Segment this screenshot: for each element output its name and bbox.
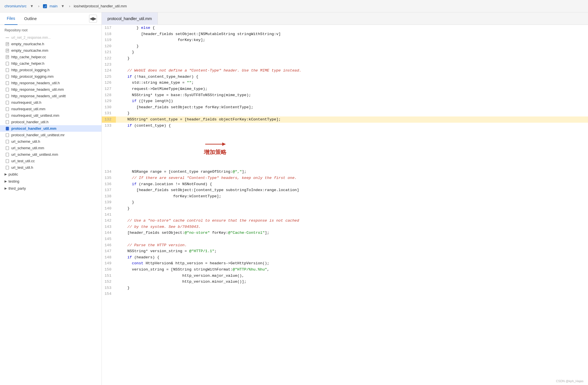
table-row: 129 if ([type length]) [102, 98, 588, 104]
list-item[interactable]: url_test_util.cc [0, 158, 101, 164]
file-icon [6, 114, 10, 118]
table-row: 138 forKey:kContentType]; [102, 193, 588, 200]
file-icon [6, 120, 10, 124]
line-number: 132 [102, 116, 116, 123]
sidebar-tabs: Files Outline ◀▶ [0, 12, 101, 25]
code-area: protocol_handler_util.mm 117 } else { 11… [102, 12, 588, 385]
table-row: 153 } [102, 285, 588, 291]
table-row: 148 if (headers) { [102, 254, 588, 261]
line-code: } [116, 110, 588, 116]
line-code: } [116, 49, 588, 55]
svg-rect-17 [6, 81, 9, 85]
line-number: 118 [102, 31, 116, 37]
folder-arrow-icon [5, 172, 7, 176]
line-code: http_version.minor_value()]; [116, 279, 588, 285]
file-icon [6, 127, 10, 131]
line-number: 152 [102, 279, 116, 285]
breadcrumb-sep-1: ▼ [30, 4, 34, 8]
code-tab-active[interactable]: protocol_handler_util.mm [102, 12, 158, 25]
folder-testing[interactable]: testing [0, 178, 101, 185]
line-code: version_string = [NSString stringWithFor… [116, 267, 588, 273]
svg-rect-21 [6, 107, 9, 111]
line-code: [header_fields setObject:[NSMutableStrin… [116, 31, 588, 37]
line-number: 139 [102, 199, 116, 206]
list-item[interactable]: nsurlrequest_util_unittest.mm [0, 112, 101, 119]
table-row: 145 [102, 236, 588, 242]
collapse-sidebar-button[interactable]: ◀▶ [89, 15, 97, 23]
list-item[interactable]: http_protocol_logging.h [0, 67, 101, 73]
list-item[interactable]: empty_nsurlcache.mm [0, 47, 101, 54]
sidebar-file-tree: Repository root — url_net_2_response.mm.… [0, 25, 101, 385]
file-icon [6, 146, 10, 150]
line-number: 154 [102, 291, 116, 297]
table-row: 136 if (range.location != NSNotFound) { [102, 181, 588, 187]
line-code: // WebUI does not define a "Content-Type… [116, 68, 588, 74]
file-icon [6, 62, 10, 66]
list-item[interactable]: nsurlrequest_util.mm [0, 106, 101, 112]
table-row: 137 [header_fields setObject:[content_ty… [102, 187, 588, 193]
list-item[interactable]: http_response_headers_util.mm [0, 86, 101, 93]
list-item[interactable]: http_response_headers_util_unitt [0, 93, 101, 99]
line-code: // Parse the HTTP version. [116, 242, 588, 248]
line-code: // by the system. See b/7045043. [116, 224, 588, 230]
line-number: 124 [102, 68, 116, 74]
line-number: 130 [102, 104, 116, 111]
list-item[interactable]: protocol_handler_util_unittest.mr [0, 132, 101, 138]
line-code: } [116, 285, 588, 291]
line-number: 125 [102, 74, 116, 80]
list-item[interactable]: url_test_util.h [0, 164, 101, 171]
list-item[interactable]: http_protocol_logging.mm [0, 73, 101, 80]
table-row: 121 } [102, 49, 588, 55]
active-file-item[interactable]: protocol_handler_util.mm [0, 125, 101, 132]
line-number: 122 [102, 55, 116, 62]
watermark: CSDN @kph_Hajas [556, 379, 583, 383]
folder-arrow-icon [5, 179, 7, 183]
line-number: 133 [102, 123, 116, 169]
table-row: 117 } else { [102, 25, 588, 31]
line-code [116, 212, 588, 218]
table-row: 128 NSString* type = base::SysUTF8ToNSSt… [102, 92, 588, 98]
table-row: 149 const HttpVersion& http_version = he… [102, 260, 588, 267]
line-code: NSRange range = [content_type rangeOfStr… [116, 169, 588, 175]
table-row: 126 std::string mime_type = ""; [102, 80, 588, 86]
line-code [116, 236, 588, 242]
table-row: 147 NSString* version_string = @"HTTP/1.… [102, 248, 588, 254]
folder-public[interactable]: public [0, 171, 101, 178]
list-item[interactable]: http_response_headers_util.h [0, 80, 101, 86]
list-item[interactable]: empty_nsurlcache.h [0, 41, 101, 47]
file-icon [6, 133, 10, 137]
svg-marker-32 [222, 142, 226, 146]
line-code: if (!has_content_type_header) { [116, 74, 588, 80]
svg-text:⎇: ⎇ [44, 5, 46, 8]
line-code: NSString* version_string = @"HTTP/1.1"; [116, 248, 588, 254]
list-item[interactable]: url_scheme_util.h [0, 138, 101, 145]
list-item[interactable]: url_scheme_util.mm [0, 145, 101, 151]
tab-outline[interactable]: Outline [22, 12, 39, 25]
svg-rect-30 [6, 166, 9, 169]
line-code: if (content_type) { 增加策略 [116, 123, 588, 169]
list-item[interactable]: http_cache_helper.cc [0, 54, 101, 60]
table-row: 141 [102, 212, 588, 218]
breadcrumb-arrow-1: › [38, 4, 39, 8]
code-view[interactable]: 117 } else { 118 [header_fields setObjec… [102, 25, 588, 385]
breadcrumb-arrow-2: › [69, 4, 70, 8]
branch-breadcrumb[interactable]: main [49, 4, 57, 8]
line-code: if (range.location != NSNotFound) { [116, 181, 588, 187]
svg-rect-22 [6, 114, 9, 117]
line-code: http_version.major_value(), [116, 273, 588, 279]
file-icon [6, 42, 10, 46]
list-item[interactable]: — url_net_2_response.mm... [0, 34, 101, 41]
line-code: std::string mime_type = ""; [116, 80, 588, 86]
list-item[interactable]: nsurlrequest_util.h [0, 99, 101, 106]
list-item[interactable]: url_scheme_util_unittest.mm [0, 151, 101, 158]
tab-files[interactable]: Files [5, 12, 18, 25]
svg-rect-28 [6, 153, 9, 156]
list-item[interactable]: http_cache_helper.h [0, 60, 101, 67]
list-item[interactable]: protocol_handler_util.h [0, 119, 101, 125]
svg-rect-16 [6, 75, 9, 78]
table-row: 152 http_version.minor_value()]; [102, 279, 588, 285]
line-number: 131 [102, 110, 116, 116]
file-icon [6, 153, 10, 157]
folder-third-party[interactable]: third_party [0, 185, 101, 192]
repo-breadcrumb[interactable]: chromium/src [5, 4, 27, 8]
